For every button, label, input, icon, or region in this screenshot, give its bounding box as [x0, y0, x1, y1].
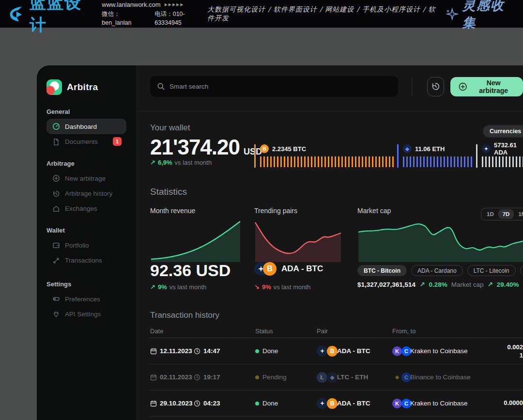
- status-dot: [255, 375, 259, 379]
- market-cap-chart: [357, 219, 523, 262]
- statistics-title: Statistics: [150, 187, 187, 197]
- arbitra-app: Arbitra General Dashboard Documents 1 Ar…: [37, 65, 523, 420]
- banner-contact: www.lanlanwork.com ▶▶▶▶▶ 微信：ben_lanlan 电…: [102, 0, 207, 28]
- table-row[interactable]: 02.11.2023 19:17 Pending Ł ◆ LTC - ETH ◆…: [150, 364, 523, 390]
- sidebar-item-label: API Settings: [65, 311, 101, 318]
- btc-coin-icon: B: [327, 398, 338, 409]
- plus-circle-icon: [458, 82, 467, 92]
- month-revenue-delta-suffix: vs last month: [169, 283, 207, 291]
- tx-amount-line1: 0.0000: [504, 399, 523, 406]
- tag-eth-ethereum[interactable]: ETH - Ethereum: [520, 265, 523, 276]
- eth-coin-icon: ◆: [327, 372, 338, 383]
- history-icon: [52, 190, 60, 198]
- topbar: New arbitrage: [150, 76, 523, 97]
- status-label: Done: [262, 347, 278, 355]
- pair-icons: B: [317, 390, 338, 416]
- pair-icons: B: [254, 262, 277, 276]
- tx-pair: ADA - BTC: [337, 390, 370, 416]
- sidebar-item-label: Documents: [65, 138, 98, 145]
- sidebar-item-transactions[interactable]: Transactions: [46, 253, 126, 268]
- clock-icon: [194, 364, 200, 390]
- up-arrow-icon: ↗: [150, 159, 155, 166]
- month-revenue-delta: ↗ 9% vs last month: [150, 283, 206, 291]
- market-cap-tags: BTC - Bitcoin ADA - Cardano LTC - Liteco…: [357, 265, 523, 276]
- document-icon: [52, 138, 60, 146]
- pair-icons: Ł ◆: [317, 364, 338, 390]
- history-button[interactable]: [427, 77, 444, 96]
- plus-circle-icon: [52, 174, 60, 182]
- col-status: Status: [255, 327, 273, 335]
- tag-ltc-litecoin[interactable]: LTC - Litecoin: [467, 265, 516, 276]
- trending-delta-suffix: vs last month: [274, 283, 311, 291]
- arbitra-brand: Arbitra: [46, 79, 126, 95]
- banner-services: 大数据可视化设计 / 软件界面设计 / 网站建设 / 手机及小程序设计 / 软件…: [207, 5, 439, 23]
- col-from-to: From, to: [392, 327, 415, 335]
- tag-ada-cardano[interactable]: ADA - Cardano: [411, 265, 463, 276]
- range-1m[interactable]: 1M: [514, 209, 523, 219]
- ltc-coin-icon: Ł: [317, 372, 327, 383]
- tx-status: Done: [255, 338, 278, 364]
- toggle-currencies[interactable]: Currencies: [483, 125, 523, 137]
- down-arrow-icon: ↘: [254, 283, 260, 291]
- search-input[interactable]: [150, 76, 398, 97]
- volume-delta-value: 29.40%: [497, 281, 519, 288]
- market-cap-values: $1,327,027,361,514 ↗ 0.28% Market cap ↗ …: [357, 280, 523, 288]
- sidebar-section-arbitrage: Arbitrage: [46, 160, 126, 169]
- tx-time: 14:47: [203, 338, 220, 364]
- sidebar-item-new-arbitrage[interactable]: New arbitrage: [46, 171, 126, 186]
- transfer-arrows-icon: [52, 257, 60, 264]
- inspiration-collect-text: 灵感收集: [462, 0, 514, 31]
- coinbase-icon: C: [401, 399, 411, 408]
- trending-pairs-chart: [254, 219, 342, 262]
- sidebar-item-arbitrage-history[interactable]: Arbitrage history: [46, 186, 126, 201]
- wallet-amount-value: 21'374.20: [150, 135, 240, 159]
- range-1d[interactable]: 1D: [482, 209, 498, 219]
- lanlan-logo: 蓝蓝设计: [9, 0, 94, 36]
- ada-amount: 5732.61 ADA: [494, 141, 523, 156]
- status-dot: [255, 402, 259, 405]
- sidebar-item-api-settings[interactable]: API Settings: [46, 307, 126, 322]
- up-arrow-icon: ↗: [150, 283, 155, 291]
- pair-icons: B: [317, 338, 338, 364]
- tag-btc-bitcoin[interactable]: BTC - Bitcoin: [357, 265, 407, 276]
- arbitra-logo-icon: [46, 79, 62, 95]
- sidebar-item-documents[interactable]: Documents 1: [46, 134, 126, 149]
- banner-phone: 电话：010-63334945: [154, 10, 207, 28]
- sidebar-item-preferences[interactable]: Preferences: [46, 291, 126, 307]
- coinbase-icon: C: [401, 373, 411, 382]
- coinbase-icon: C: [401, 346, 411, 356]
- tx-amount: [460, 364, 523, 390]
- sidebar-item-label: Transactions: [65, 257, 102, 264]
- tx-amount-line2: 1: [520, 352, 523, 359]
- binance-icon: ◆: [392, 373, 402, 382]
- wallet-title: Your wallet: [150, 123, 190, 133]
- sidebar-section-general: General: [46, 108, 126, 117]
- banner-arrows: ▶▶▶▶▶: [165, 2, 185, 8]
- month-revenue-value: 92.36 USD: [150, 261, 231, 280]
- promo-banner: 蓝蓝设计 www.lanlanwork.com ▶▶▶▶▶ 微信：ben_lan…: [0, 0, 523, 28]
- tx-time: 04:23: [203, 390, 220, 416]
- sidebar-item-exchanges[interactable]: Exchanges: [46, 201, 126, 216]
- route-icons: ◆ C: [392, 364, 411, 390]
- eth-amount: 11.06 ETH: [415, 145, 445, 153]
- month-revenue-label: Month revenue: [150, 207, 195, 215]
- star-icon: [445, 7, 459, 21]
- eth-bars: [403, 156, 474, 167]
- history-icon: [431, 82, 440, 91]
- new-arbitrage-button[interactable]: New arbitrage: [450, 77, 523, 96]
- up-arrow-icon: ↗: [488, 280, 493, 288]
- btc-coin-icon: B: [260, 144, 269, 153]
- sidebar-item-label: New arbitrage: [65, 175, 106, 182]
- btc-amount: 2.2345 BTC: [272, 145, 306, 153]
- btc-bars: [260, 156, 396, 167]
- sidebar-section-wallet: Wallet: [46, 227, 126, 235]
- trending-pairs-label: Trending pairs: [254, 207, 297, 215]
- lanlan-logo-text: 蓝蓝设计: [30, 0, 94, 36]
- table-row[interactable]: 29.10.2023 04:23 Done B ADA - BTC K C: [150, 390, 523, 417]
- sidebar-item-dashboard[interactable]: Dashboard: [46, 119, 126, 134]
- asset-eth: ◆ 11.06 ETH: [397, 144, 474, 168]
- ada-coin-icon: [482, 144, 491, 153]
- sidebar-item-portfolio[interactable]: Portfolio: [46, 237, 126, 253]
- range-7d[interactable]: 7D: [498, 209, 514, 219]
- table-row[interactable]: 12.11.2023 14:47 Done B ADA - BTC K C: [150, 338, 523, 364]
